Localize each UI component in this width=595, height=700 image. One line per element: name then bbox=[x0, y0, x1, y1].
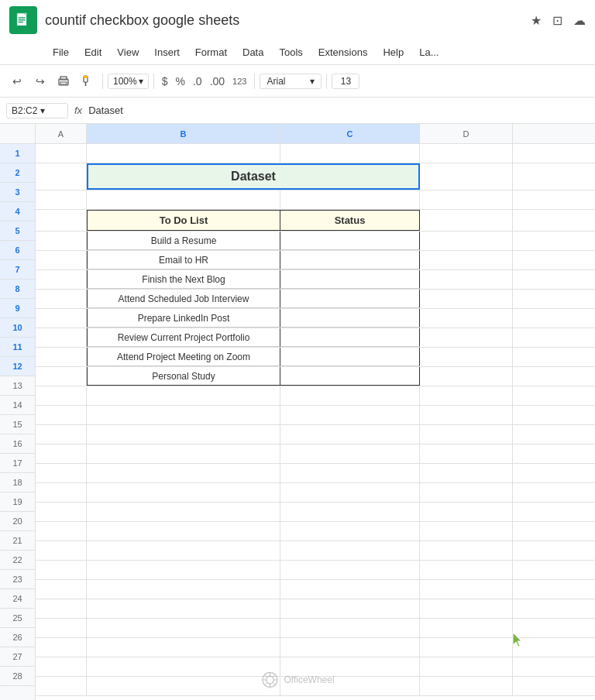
cell-d24[interactable] bbox=[420, 599, 513, 618]
cell-c23[interactable] bbox=[280, 580, 420, 599]
cell-a27[interactable] bbox=[36, 657, 87, 676]
redo-button[interactable]: ↪ bbox=[29, 70, 51, 92]
cell-d5[interactable] bbox=[420, 232, 513, 250]
cell-c7[interactable] bbox=[280, 270, 420, 289]
cell-d26[interactable] bbox=[420, 638, 513, 657]
cell-a22[interactable] bbox=[36, 561, 87, 579]
percent-button[interactable]: % bbox=[173, 70, 188, 92]
cell-d1[interactable] bbox=[420, 144, 513, 163]
cell-b3[interactable] bbox=[87, 190, 280, 209]
cell-a15[interactable] bbox=[36, 425, 87, 444]
row-num-28[interactable]: 28 bbox=[0, 667, 35, 686]
row-num-20[interactable]: 20 bbox=[0, 512, 35, 531]
cell-a18[interactable] bbox=[36, 483, 87, 502]
cell-a4[interactable] bbox=[36, 210, 87, 231]
row-num-11[interactable]: 11 bbox=[0, 338, 35, 357]
cell-d9[interactable] bbox=[420, 309, 513, 328]
cell-c13[interactable] bbox=[280, 386, 420, 405]
row-num-27[interactable]: 27 bbox=[0, 647, 35, 667]
cell-b18[interactable] bbox=[87, 483, 280, 502]
cell-c15[interactable] bbox=[280, 425, 420, 444]
cell-a13[interactable] bbox=[36, 386, 87, 405]
cell-b17[interactable] bbox=[87, 464, 280, 482]
monitor-icon[interactable]: ⊡ bbox=[552, 13, 562, 28]
cell-b24[interactable] bbox=[87, 599, 280, 618]
cell-b8[interactable]: Attend Scheduled Job Interview bbox=[87, 290, 280, 308]
cell-a26[interactable] bbox=[36, 638, 87, 657]
row-num-6[interactable]: 6 bbox=[0, 241, 35, 260]
cell-d7[interactable] bbox=[420, 270, 513, 289]
menu-insert[interactable]: Insert bbox=[148, 43, 186, 61]
cell-a3[interactable] bbox=[36, 190, 87, 209]
menu-format[interactable]: Format bbox=[189, 43, 233, 61]
row-num-25[interactable]: 25 bbox=[0, 609, 35, 628]
row-num-14[interactable]: 14 bbox=[0, 396, 35, 415]
cell-b20[interactable] bbox=[87, 522, 280, 540]
cell-c5[interactable] bbox=[280, 232, 420, 250]
cell-d21[interactable] bbox=[420, 541, 513, 560]
cell-c18[interactable] bbox=[280, 483, 420, 502]
cell-a25[interactable] bbox=[36, 619, 87, 637]
cell-c21[interactable] bbox=[280, 541, 420, 560]
cell-c6[interactable] bbox=[280, 251, 420, 269]
cell-b7[interactable]: Finish the Next Blog bbox=[87, 270, 280, 289]
cell-b5[interactable]: Build a Resume bbox=[87, 232, 280, 250]
row-num-4[interactable]: 4 bbox=[0, 202, 35, 221]
cell-a9[interactable] bbox=[36, 309, 87, 328]
cell-a1[interactable] bbox=[36, 144, 87, 163]
cell-a12[interactable] bbox=[36, 367, 87, 386]
cell-d28[interactable] bbox=[420, 677, 513, 695]
row-num-17[interactable]: 17 bbox=[0, 454, 35, 473]
row-num-22[interactable]: 22 bbox=[0, 551, 35, 570]
cell-c16[interactable] bbox=[280, 444, 420, 463]
row-num-10[interactable]: 10 bbox=[0, 318, 35, 338]
cell-c19[interactable] bbox=[280, 503, 420, 521]
cell-reference-box[interactable]: B2:C2 ▾ bbox=[6, 103, 68, 118]
cell-a7[interactable] bbox=[36, 270, 87, 289]
cell-d20[interactable] bbox=[420, 522, 513, 540]
col-header-b[interactable]: B bbox=[87, 124, 280, 143]
cell-a24[interactable] bbox=[36, 599, 87, 618]
row-num-8[interactable]: 8 bbox=[0, 280, 35, 299]
cell-b19[interactable] bbox=[87, 503, 280, 521]
print-button[interactable] bbox=[53, 70, 74, 92]
cell-c10[interactable] bbox=[280, 328, 420, 347]
cell-b10[interactable]: Review Current Project Portfolio bbox=[87, 328, 280, 347]
cell-b4-header[interactable]: To Do List bbox=[87, 210, 280, 231]
cell-a10[interactable] bbox=[36, 328, 87, 347]
cell-c24[interactable] bbox=[280, 599, 420, 618]
cell-b27[interactable] bbox=[87, 657, 280, 676]
col-header-d[interactable]: D bbox=[420, 124, 513, 143]
row-num-19[interactable]: 19 bbox=[0, 492, 35, 512]
menu-tools[interactable]: Tools bbox=[273, 43, 308, 61]
row-num-21[interactable]: 21 bbox=[0, 531, 35, 551]
menu-help[interactable]: Help bbox=[377, 43, 410, 61]
cell-b2-c2-merged[interactable]: Dataset bbox=[87, 163, 420, 190]
cell-a11[interactable] bbox=[36, 348, 87, 366]
col-header-c[interactable]: C bbox=[280, 124, 420, 143]
cell-a16[interactable] bbox=[36, 444, 87, 463]
cell-c11[interactable] bbox=[280, 348, 420, 366]
cell-b15[interactable] bbox=[87, 425, 280, 444]
cell-d2[interactable] bbox=[420, 163, 513, 190]
cell-b16[interactable] bbox=[87, 444, 280, 463]
cell-c25[interactable] bbox=[280, 619, 420, 637]
cell-b13[interactable] bbox=[87, 386, 280, 405]
zoom-selector[interactable]: 100% ▾ bbox=[108, 74, 149, 89]
cell-d8[interactable] bbox=[420, 290, 513, 308]
cloud-icon[interactable]: ☁ bbox=[573, 13, 586, 28]
cell-b25[interactable] bbox=[87, 619, 280, 637]
cell-b14[interactable] bbox=[87, 406, 280, 424]
col-header-a[interactable]: A bbox=[36, 124, 87, 143]
row-num-15[interactable]: 15 bbox=[0, 415, 35, 434]
font-size-box[interactable]: 13 bbox=[332, 74, 359, 89]
menu-data[interactable]: Data bbox=[236, 43, 270, 61]
cell-a17[interactable] bbox=[36, 464, 87, 482]
cell-a14[interactable] bbox=[36, 406, 87, 424]
cell-d27[interactable] bbox=[420, 657, 513, 676]
cell-c26[interactable] bbox=[280, 638, 420, 657]
cell-a2[interactable] bbox=[36, 163, 87, 190]
row-num-16[interactable]: 16 bbox=[0, 434, 35, 454]
cell-b28[interactable] bbox=[87, 677, 280, 695]
cell-c20[interactable] bbox=[280, 522, 420, 540]
